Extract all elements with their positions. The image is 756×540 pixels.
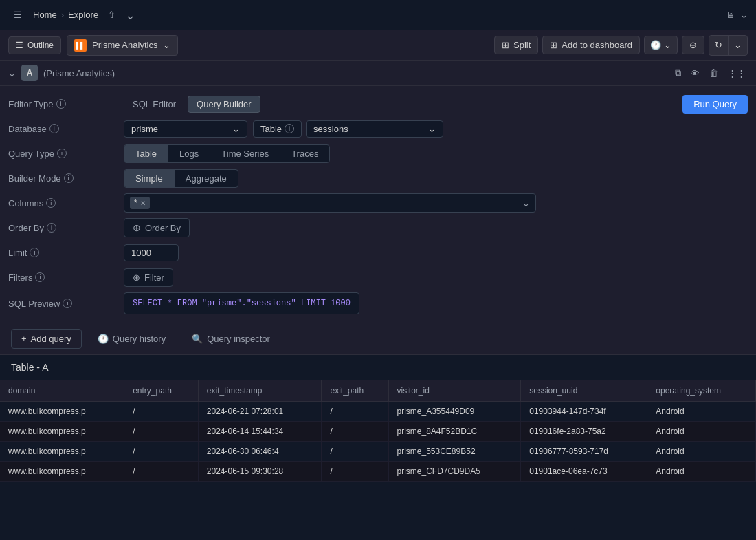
sql-preview-info-icon[interactable]: i [63, 299, 72, 308]
order-by-info-icon[interactable]: i [47, 223, 56, 233]
query-type-table-button[interactable]: Table [124, 145, 168, 162]
datasource-icon-text: ▌▌ [76, 42, 85, 49]
sessions-value: sessions [313, 124, 348, 134]
trash-icon: 🗑 [709, 68, 718, 78]
cell-visitor_id: prisme_CFD7CD9DA5 [388, 462, 521, 482]
col-visitor-id: visitor_id [388, 380, 521, 402]
table-row: www.bulkcompress.p/2024-06-15 09:30:28/p… [0, 462, 756, 482]
hamburger-button[interactable]: ☰ [8, 6, 27, 25]
cell-exit_timestamp: 2024-06-14 15:44:34 [198, 422, 322, 442]
dashboard-icon: ⊞ [550, 40, 557, 50]
copy-button[interactable]: ⧉ [673, 65, 683, 80]
builder-mode-aggregate-button[interactable]: Aggregate [175, 170, 238, 187]
query-type-traces-button[interactable]: Traces [280, 145, 329, 162]
refresh-group: ↻ ⌄ [709, 35, 748, 56]
query-builder-button[interactable]: Query Builder [188, 96, 260, 113]
add-filter-button[interactable]: ⊕ Filter [124, 268, 173, 287]
cell-visitor_id: prisme_553CE89B52 [388, 442, 521, 462]
cell-visitor_id: prisme_A355449D09 [388, 402, 521, 422]
refresh-chevron-button[interactable]: ⌄ [729, 36, 747, 54]
order-by-label: Order By i [8, 223, 118, 233]
col-exit-path: exit_path [322, 380, 388, 402]
cell-exit_path: / [322, 442, 388, 462]
eye-icon: 👁 [691, 68, 700, 78]
table-row: www.bulkcompress.p/2024-06-14 15:44:34/p… [0, 422, 756, 442]
query-history-button[interactable]: 🕐 Query history [87, 329, 176, 349]
columns-input[interactable]: * ✕ ⌄ [124, 193, 536, 213]
query-type-buttons: Table Logs Time Series Traces [124, 144, 330, 163]
visibility-button[interactable]: 👁 [689, 66, 702, 80]
cell-domain: www.bulkcompress.p [0, 422, 124, 442]
topbar: ☰ Home › Explore ⇧ ⌄ 🖥 ⌄ [0, 0, 756, 30]
cell-entry_path: / [124, 402, 199, 422]
datasource-icon: ▌▌ [74, 39, 87, 52]
query-header-actions: ⧉ 👁 🗑 ⋮⋮ [673, 65, 748, 80]
add-query-button[interactable]: + Add query [11, 329, 82, 349]
limit-info-icon[interactable]: i [30, 248, 39, 257]
clock-button[interactable]: 🕐 ⌄ [645, 36, 677, 54]
filters-info-icon[interactable]: i [35, 272, 45, 282]
query-type-time-series-button[interactable]: Time Series [210, 145, 280, 162]
table-body: www.bulkcompress.p/2024-06-21 07:28:01/p… [0, 402, 756, 482]
collapse-button[interactable]: ⌄ [8, 68, 16, 78]
delete-button[interactable]: 🗑 [707, 66, 720, 80]
builder-mode-label: Builder Mode i [8, 173, 118, 184]
builder-mode-info-icon[interactable]: i [64, 173, 74, 183]
editor-type-buttons: SQL Editor Query Builder [124, 96, 260, 113]
share-button[interactable]: ⇧ [104, 7, 120, 23]
share-icon: ⇧ [108, 10, 115, 20]
cell-session_uuid: 019016fe-2a83-75a2 [521, 422, 647, 442]
order-by-button[interactable]: ⊕ Order By [124, 218, 190, 237]
cell-entry_path: / [124, 442, 199, 462]
outline-button[interactable]: ☰ Outline [8, 36, 61, 54]
query-subtitle: (Prisme Analytics) [43, 68, 115, 78]
datasource-select[interactable]: ▌▌ Prisme Analytics ⌄ [67, 35, 178, 56]
table-info-icon[interactable]: i [285, 124, 294, 133]
table-select[interactable]: Table i [253, 120, 302, 138]
columns-expand-icon[interactable]: ⌄ [522, 198, 530, 208]
column-tag-remove[interactable]: ✕ [140, 199, 146, 207]
profile-chevron-icon[interactable]: ⌄ [740, 10, 748, 20]
zoom-out-button[interactable]: ⊖ [682, 36, 704, 54]
refresh-button[interactable]: ↻ [709, 36, 728, 54]
query-type-text: Query Type [8, 149, 54, 159]
builder-mode-simple-button[interactable]: Simple [124, 170, 175, 187]
editor-type-row: Editor Type i SQL Editor Query Builder R… [0, 91, 756, 116]
table-header: domain entry_path exit_timestamp exit_pa… [0, 380, 756, 402]
query-type-row: Query Type i Table Logs Time Series Trac… [0, 141, 756, 166]
breadcrumb-explore[interactable]: Explore [68, 10, 98, 20]
columns-info-icon[interactable]: i [46, 198, 56, 208]
more-options[interactable]: ⌄ [125, 8, 135, 23]
query-type-logs-button[interactable]: Logs [168, 145, 210, 162]
chevron-down-icon: ⌄ [125, 8, 135, 23]
database-info-icon[interactable]: i [49, 124, 59, 133]
database-row: Database i prisme ⌄ Table i [0, 116, 756, 141]
limit-input[interactable] [124, 244, 179, 261]
table-select-wrapper: Table i sessions ⌄ [253, 120, 443, 138]
drag-handle[interactable]: ⋮⋮ [726, 66, 748, 80]
run-query-button[interactable]: Run Query [682, 95, 748, 114]
cell-session_uuid: 01903944-147d-734f [521, 402, 647, 422]
breadcrumb-home[interactable]: Home [33, 10, 57, 20]
time-range-group: 🕐 ⌄ [644, 36, 678, 54]
outline-label: Outline [27, 41, 54, 50]
sql-editor-button[interactable]: SQL Editor [124, 96, 185, 113]
add-query-label: Add query [31, 334, 71, 344]
col-operating-system: operating_system [647, 380, 756, 402]
inspector-icon: 🔍 [192, 334, 203, 344]
database-select[interactable]: prisme ⌄ [124, 120, 247, 138]
add-to-dashboard-button[interactable]: ⊞ Add to dashboard [542, 36, 640, 54]
query-inspector-label: Query inspector [207, 334, 270, 344]
cell-domain: www.bulkcompress.p [0, 462, 124, 482]
cell-visitor_id: prisme_8A4F52BD1C [388, 422, 521, 442]
cell-operating_system: Android [647, 422, 756, 442]
split-button[interactable]: ⊞ Split [494, 36, 538, 54]
editor-type-info-icon[interactable]: i [56, 99, 66, 109]
sessions-chevron-icon: ⌄ [428, 124, 436, 134]
cell-exit_path: / [322, 402, 388, 422]
builder-mode-text: Builder Mode [8, 173, 61, 184]
query-type-info-icon[interactable]: i [57, 149, 67, 158]
database-label: Database i [8, 124, 118, 134]
sessions-select[interactable]: sessions ⌄ [306, 120, 443, 138]
query-inspector-button[interactable]: 🔍 Query inspector [181, 329, 280, 349]
